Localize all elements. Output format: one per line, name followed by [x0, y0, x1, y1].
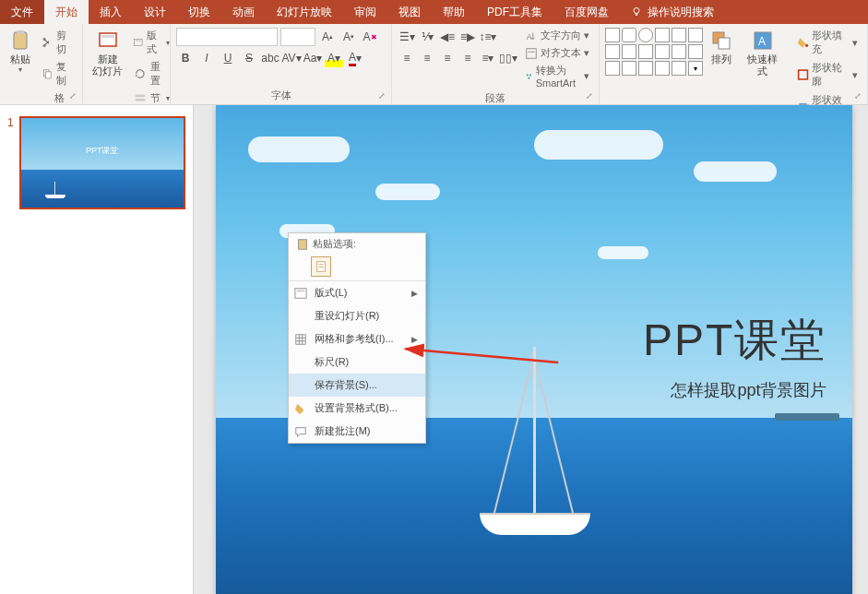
font-color-button[interactable]: A▾ [346, 49, 364, 67]
thumbnail-image[interactable]: PPT课堂 [19, 116, 185, 209]
svg-rect-23 [719, 38, 730, 49]
bulb-icon [631, 6, 642, 18]
decrease-indent-button[interactable]: ◀≡ [438, 28, 457, 46]
shape-more4[interactable] [655, 61, 670, 76]
shape-connector[interactable] [605, 44, 620, 59]
align-left-button[interactable]: ≡ [398, 49, 416, 67]
shape-callout[interactable] [688, 44, 703, 59]
shape-triangle[interactable] [655, 28, 670, 42]
menu-new-comment[interactable]: 新建批注(M) [289, 420, 425, 443]
tab-home[interactable]: 开始 [44, 0, 89, 24]
drawing-dialog-launcher[interactable]: ⤢ [854, 91, 865, 102]
svg-rect-11 [101, 35, 114, 38]
change-case-button[interactable]: Aa▾ [303, 49, 322, 67]
slide-thumbnail-1[interactable]: 1 PPT课堂 [7, 116, 185, 209]
shape-more5[interactable] [672, 61, 686, 76]
svg-rect-13 [136, 41, 141, 42]
align-right-button[interactable]: ≡ [438, 49, 457, 67]
increase-font-button[interactable]: A▴ [318, 28, 337, 46]
italic-button[interactable]: I [197, 49, 216, 67]
svg-rect-7 [46, 72, 52, 78]
menu-reset-slide[interactable]: 重设幻灯片(R) [289, 304, 425, 327]
align-center-button[interactable]: ≡ [418, 49, 436, 67]
thumbnail-panel[interactable]: 1 PPT课堂 [0, 105, 194, 594]
reset-icon [134, 67, 147, 80]
menu-format-background[interactable]: 设置背景格式(B)... [289, 397, 425, 420]
layout-button[interactable]: 版式▾ [130, 28, 173, 57]
shape-more1[interactable] [605, 61, 620, 76]
tab-insert[interactable]: 插入 [89, 0, 133, 24]
justify-button[interactable]: ≡ [458, 49, 477, 67]
shape-oval[interactable] [638, 28, 653, 42]
clipboard-dialog-launcher[interactable]: ⤢ [69, 91, 80, 102]
shape-arrow[interactable] [672, 28, 686, 42]
paragraph-dialog-launcher[interactable]: ⤢ [586, 91, 597, 102]
tab-help[interactable]: 帮助 [432, 0, 476, 24]
shadow-button[interactable]: abc [261, 49, 279, 67]
reset-button[interactable]: 重置 [130, 59, 173, 89]
shape-star[interactable] [638, 44, 653, 59]
clear-format-button[interactable]: A✖ [361, 28, 379, 46]
underline-button[interactable]: U [219, 49, 237, 67]
group-drawing: ▾ 排列 A 快速样式 形状填充▾ 形状轮廓▾ [600, 24, 868, 104]
tab-slideshow[interactable]: 幻灯片放映 [266, 0, 343, 24]
highlight-button[interactable]: A▾ [325, 49, 343, 67]
quick-styles-button[interactable]: A 快速样式 [740, 28, 786, 79]
shape-more3[interactable] [638, 61, 653, 76]
tab-file[interactable]: 文件 [0, 0, 44, 24]
tell-me-search[interactable]: 操作说明搜索 [620, 0, 725, 24]
cut-button[interactable]: 剪切 [39, 28, 77, 57]
svg-rect-27 [798, 70, 807, 79]
shape-expand[interactable]: ▾ [688, 61, 703, 76]
font-dialog-launcher[interactable]: ⤢ [378, 91, 389, 102]
tab-view[interactable]: 视图 [387, 0, 432, 24]
bold-button[interactable]: B [176, 49, 195, 67]
distribute-button[interactable]: ≡▾ [479, 49, 497, 67]
font-name-combo[interactable] [176, 28, 278, 46]
slide-subtitle-text[interactable]: 怎样提取ppt背景图片 [671, 379, 826, 401]
slide-title-text[interactable]: PPT课堂 [643, 311, 826, 370]
tab-review[interactable]: 审阅 [343, 0, 387, 24]
align-text-button[interactable]: 对齐文本▾ [521, 45, 593, 61]
font-size-combo[interactable] [280, 28, 315, 46]
bullets-button[interactable]: ☰▾ [398, 28, 416, 46]
strike-button[interactable]: S [240, 49, 258, 67]
shape-pentagon[interactable] [655, 44, 670, 59]
group-clipboard: 粘贴 ▾ 剪切 复制 格式刷 剪贴板 ⤢ [0, 24, 83, 104]
svg-rect-12 [135, 39, 143, 45]
svg-text:A: A [527, 31, 532, 41]
char-spacing-button[interactable]: AV▾ [282, 49, 301, 67]
arrange-button[interactable]: 排列 [707, 28, 736, 67]
tab-animations[interactable]: 动画 [221, 0, 266, 24]
shapes-gallery[interactable]: ▾ [605, 28, 703, 76]
copy-button[interactable]: 复制 [39, 59, 77, 89]
paste-button[interactable]: 粘贴 ▾ [6, 28, 35, 76]
decrease-font-button[interactable]: A▾ [339, 28, 358, 46]
tab-design[interactable]: 设计 [133, 0, 177, 24]
increase-indent-button[interactable]: ≡▶ [458, 28, 477, 46]
menu-ruler[interactable]: 标尺(R) [289, 350, 425, 374]
shape-outline-button[interactable]: 形状轮廓▾ [793, 60, 862, 89]
svg-rect-34 [295, 288, 306, 298]
tab-baidu[interactable]: 百度网盘 [553, 0, 620, 24]
section-button[interactable]: 节▾ [130, 90, 173, 106]
columns-button[interactable]: ▯▯▾ [499, 49, 517, 67]
tab-pdf[interactable]: PDF工具集 [476, 0, 553, 24]
paste-keep-formatting[interactable] [311, 256, 331, 277]
shape-more2[interactable] [622, 61, 636, 76]
shape-hexagon[interactable] [672, 44, 686, 59]
new-slide-button[interactable]: 新建 幻灯片 [89, 28, 126, 79]
menu-save-background[interactable]: 保存背景(S)... [289, 374, 425, 397]
menu-layout[interactable]: 版式(L)▶ [289, 281, 425, 304]
numbering-button[interactable]: ⅟▾ [418, 28, 436, 46]
outline-icon [797, 68, 809, 81]
line-spacing-button[interactable]: ↕≡▾ [479, 28, 497, 46]
shape-rect[interactable] [605, 28, 620, 42]
shape-line[interactable] [688, 28, 703, 42]
smartart-button[interactable]: 转换为 SmartArt▾ [521, 63, 593, 89]
shape-fill-button[interactable]: 形状填充▾ [793, 28, 862, 57]
text-direction-button[interactable]: A 文字方向▾ [521, 28, 593, 43]
shape-rect-round[interactable] [622, 28, 636, 42]
tab-transitions[interactable]: 切换 [177, 0, 221, 24]
shape-brace[interactable] [622, 44, 636, 59]
